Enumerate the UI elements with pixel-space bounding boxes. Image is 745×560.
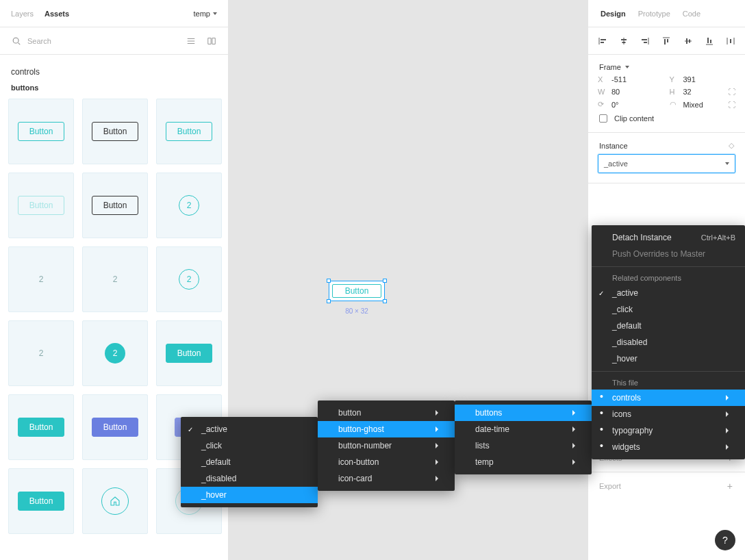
menu-item-_default[interactable]: _default (181, 454, 318, 470)
menu-item-_click[interactable]: _click (592, 301, 745, 318)
radius-detail-icon[interactable]: ⛶ (728, 101, 735, 109)
asset-preview: 2 (39, 348, 44, 358)
asset-tile[interactable] (82, 468, 148, 534)
go-to-master-icon[interactable]: ◇ (729, 141, 734, 150)
menu-item-icon-card[interactable]: icon-card (318, 470, 455, 487)
resize-handle-tr[interactable] (383, 279, 387, 283)
submenu-arrow-icon (726, 444, 729, 450)
align-right-icon[interactable] (640, 36, 650, 46)
menu-item-button[interactable]: button (318, 405, 455, 421)
menu-item-icon-button[interactable]: icon-button (318, 454, 455, 470)
page-selector[interactable]: temp (194, 10, 217, 18)
asset-tile[interactable]: 2 (82, 320, 148, 386)
asset-tile[interactable]: Button (8, 468, 74, 534)
link-wh-icon[interactable]: ⛶ (728, 88, 735, 96)
asset-preview: 2 (179, 195, 199, 216)
prop-radius[interactable]: ◠Mixed⛶ (670, 100, 736, 109)
align-top-icon[interactable] (661, 36, 671, 46)
clip-content-row[interactable]: Clip content (588, 109, 745, 123)
clip-checkbox[interactable] (599, 114, 607, 123)
menu-item-_disabled[interactable]: _disabled (181, 470, 318, 487)
asset-tile[interactable]: 2 (156, 246, 222, 312)
submenu-arrow-icon (572, 410, 575, 416)
asset-preview: Button (18, 492, 65, 511)
left-header: Layers Assets temp (0, 0, 228, 27)
tab-assets[interactable]: Assets (45, 10, 69, 18)
asset-tile[interactable]: 2 (82, 246, 148, 312)
menu-item-button-ghost[interactable]: button-ghost (318, 421, 455, 437)
asset-tile[interactable]: 2 (8, 246, 74, 312)
menu-item-_default[interactable]: _default (592, 318, 745, 334)
asset-tile[interactable]: Button (156, 99, 222, 164)
list-view-icon[interactable] (186, 36, 197, 47)
asset-tile[interactable]: Button (82, 173, 148, 238)
submenu-arrow-icon (572, 443, 575, 448)
svg-rect-9 (621, 39, 627, 40)
menu-item-typography[interactable]: typography (592, 422, 745, 439)
asset-tile[interactable]: Button (8, 394, 74, 460)
prop-y[interactable]: Y391 (670, 75, 736, 84)
align-toolbar (588, 27, 745, 55)
prop-x[interactable]: X-511 (598, 75, 664, 84)
asset-tile[interactable]: Button (156, 320, 222, 386)
search-input[interactable] (27, 37, 180, 45)
export-label[interactable]: Export (599, 482, 621, 490)
menu-item-_hover[interactable]: _hover (592, 351, 745, 367)
menu-item-button-number[interactable]: button-number (318, 437, 455, 454)
instance-swap-field[interactable]: _active (598, 154, 735, 173)
menu-item-buttons[interactable]: buttons (455, 405, 592, 421)
menu-item-date-time[interactable]: date-time (455, 421, 592, 437)
instance-swap-menu[interactable]: Detach Instance Ctrl+Alt+B Push Override… (592, 225, 745, 459)
menu-item-_active[interactable]: _active (592, 285, 745, 301)
resize-handle-br[interactable] (383, 299, 387, 303)
distribute-icon[interactable] (726, 36, 735, 46)
menu-item-_click[interactable]: _click (181, 437, 318, 454)
asset-preview: 2 (105, 343, 125, 364)
prop-w[interactable]: W80 (598, 88, 664, 96)
submenu-arrow-icon (726, 411, 729, 417)
resize-handle-tl[interactable] (327, 279, 331, 283)
tab-design[interactable]: Design (601, 10, 626, 18)
submenu-states[interactable]: _active_click_default_disabled_hover (181, 417, 318, 507)
align-vcenter-icon[interactable] (683, 36, 693, 46)
menu-detach-instance[interactable]: Detach Instance Ctrl+Alt+B (592, 229, 745, 246)
menu-item-icons[interactable]: icons (592, 406, 745, 422)
asset-tile[interactable]: Button (82, 394, 148, 460)
asset-preview: Button (92, 122, 139, 141)
menu-item-temp[interactable]: temp (455, 454, 592, 470)
library-icon[interactable] (206, 36, 217, 47)
menu-item-_disabled[interactable]: _disabled (592, 334, 745, 351)
help-button[interactable]: ? (715, 530, 735, 550)
asset-tile[interactable]: Button (8, 99, 74, 164)
menu-item-widgets[interactable]: widgets (592, 439, 745, 455)
svg-rect-16 (667, 39, 668, 42)
asset-tile[interactable]: 2 (8, 320, 74, 386)
menu-item-_active[interactable]: _active (181, 421, 318, 437)
submenu-button-types[interactable]: buttonbutton-ghostbutton-numbericon-butt… (318, 400, 455, 491)
selected-frame[interactable]: Button 80 × 32 (327, 279, 386, 303)
tab-code[interactable]: Code (683, 10, 700, 18)
align-left-icon[interactable] (598, 36, 607, 46)
tab-prototype[interactable]: Prototype (638, 10, 670, 18)
align-hcenter-icon[interactable] (619, 36, 629, 46)
asset-tile[interactable]: Button (8, 173, 74, 238)
asset-preview: Button (92, 418, 139, 437)
submenu-arrow-icon (435, 476, 438, 481)
resize-handle-bl[interactable] (327, 299, 331, 303)
asset-tile[interactable]: Button (82, 99, 148, 164)
tab-layers[interactable]: Layers (11, 10, 34, 18)
prop-h[interactable]: H32⛶ (670, 88, 736, 96)
add-export-icon[interactable]: + (727, 481, 734, 492)
menu-item-_hover[interactable]: _hover (181, 487, 318, 503)
prop-rotation[interactable]: ⟳0° (598, 100, 664, 109)
submenu-categories[interactable]: buttonsdate-timeliststemp (455, 400, 592, 474)
svg-rect-22 (710, 40, 711, 43)
menu-item-lists[interactable]: lists (455, 437, 592, 454)
asset-tile[interactable]: 2 (156, 173, 222, 238)
menu-item-controls[interactable]: controls (592, 390, 745, 406)
frame-label[interactable]: Frame (599, 63, 621, 71)
align-bottom-icon[interactable] (705, 36, 714, 46)
asset-preview (101, 487, 129, 515)
menu-heading-thisfile: This file (592, 376, 745, 390)
instance-section: Instance ◇ _active (588, 133, 745, 183)
